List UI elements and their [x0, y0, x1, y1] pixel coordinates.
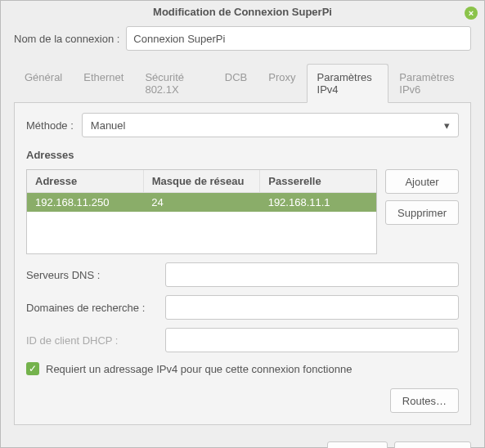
dns-label: Serveurs DNS : [26, 269, 157, 281]
require-ipv4-row: ✓ Requiert un adressage IPv4 pour que ce… [26, 362, 459, 375]
method-select[interactable]: Manuel ▾ [82, 113, 459, 137]
search-domains-row: Domaines de recherche : [26, 295, 459, 320]
dhcp-client-id-row: ID de client DHCP : [26, 328, 459, 352]
cancel-button[interactable]: Annuler [327, 441, 388, 448]
addresses-table-header: Adresse Masque de réseau Passerelle [27, 170, 376, 193]
addresses-block: Adresse Masque de réseau Passerelle 192.… [26, 169, 459, 254]
method-row: Méthode : Manuel ▾ [26, 113, 459, 137]
col-gateway[interactable]: Passerelle [260, 170, 376, 192]
dialog-buttons: Annuler Enregistrer [1, 433, 484, 448]
search-domains-input[interactable] [165, 295, 459, 320]
cell-gateway[interactable]: 192.168.11.1 [260, 193, 376, 212]
tab-proxy[interactable]: Proxy [258, 64, 306, 102]
titlebar: Modification de Connexion SuperPi × [1, 1, 484, 21]
tab-ipv4-settings[interactable]: Paramètres IPv4 [307, 64, 389, 103]
table-row[interactable]: 192.168.11.250 24 192.168.11.1 [27, 193, 376, 212]
tab-ethernet[interactable]: Ethernet [73, 64, 134, 102]
require-ipv4-checkbox[interactable]: ✓ [26, 362, 39, 375]
tab-ipv6-settings[interactable]: Paramètres IPv6 [388, 64, 471, 102]
tab-general[interactable]: Général [14, 64, 73, 102]
connection-name-row: Nom de la connexion : [14, 26, 471, 51]
cell-netmask[interactable]: 24 [143, 193, 259, 212]
require-ipv4-label: Requiert un adressage IPv4 pour que cett… [46, 363, 352, 375]
tab-bar: Général Ethernet Sécurité 802.1X DCB Pro… [14, 64, 471, 103]
check-icon: ✓ [29, 363, 37, 374]
addresses-header: Adresses [26, 149, 459, 161]
col-netmask[interactable]: Masque de réseau [144, 170, 261, 192]
method-label: Méthode : [26, 119, 74, 132]
dialog-window: Modification de Connexion SuperPi × Nom … [0, 0, 485, 448]
search-domains-label: Domaines de recherche : [26, 302, 157, 314]
tab-security-8021x[interactable]: Sécurité 802.1X [134, 64, 213, 102]
connection-name-input[interactable] [126, 26, 471, 51]
dns-row: Serveurs DNS : [26, 262, 459, 287]
dialog-content: Nom de la connexion : Général Ethernet S… [1, 21, 484, 433]
cell-address[interactable]: 192.168.11.250 [27, 193, 143, 212]
col-address[interactable]: Adresse [27, 170, 144, 192]
addresses-buttons: Ajouter Supprimer [385, 169, 459, 254]
dhcp-client-id-label: ID de client DHCP : [26, 334, 157, 347]
close-icon[interactable]: × [465, 7, 478, 20]
save-button[interactable]: Enregistrer [394, 441, 471, 448]
tab-dcb[interactable]: DCB [214, 64, 258, 102]
delete-button[interactable]: Supprimer [385, 200, 459, 225]
addresses-table[interactable]: Adresse Masque de réseau Passerelle 192.… [26, 169, 377, 254]
add-button[interactable]: Ajouter [385, 169, 459, 194]
ipv4-panel: Méthode : Manuel ▾ Adresses Adresse Masq… [14, 103, 471, 425]
dns-input[interactable] [165, 262, 459, 287]
window-title: Modification de Connexion SuperPi [153, 6, 332, 18]
routes-button[interactable]: Routes… [390, 388, 459, 413]
dhcp-client-id-input [165, 328, 459, 352]
connection-name-label: Nom de la connexion : [14, 33, 119, 45]
method-select-value: Manuel [91, 119, 126, 132]
chevron-down-icon: ▾ [444, 119, 450, 132]
routes-row: Routes… [26, 388, 459, 413]
